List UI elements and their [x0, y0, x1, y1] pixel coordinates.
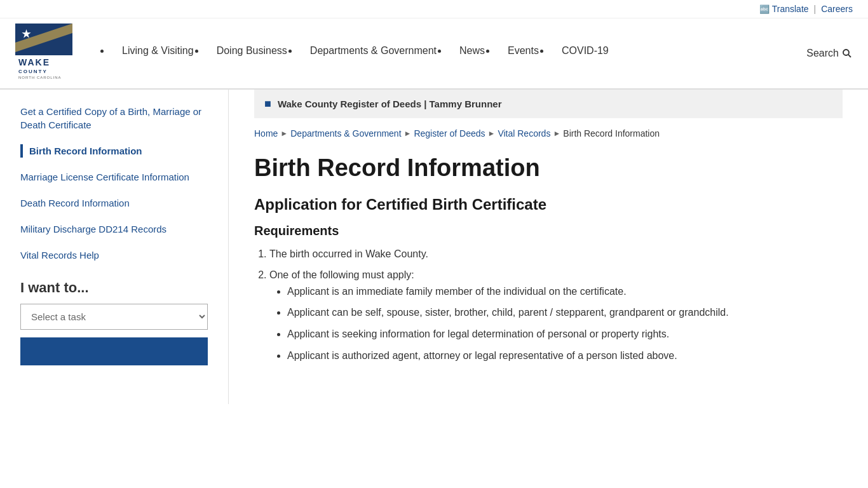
svg-line-8: [848, 55, 851, 57]
nav-departments-government[interactable]: Departments & Government: [299, 25, 448, 77]
breadcrumb-vital-records[interactable]: Vital Records: [498, 128, 550, 139]
page-header-icon: ■: [264, 97, 271, 111]
office-name: Wake County Register of Deeds | Tammy Br…: [278, 98, 502, 109]
nav-doing-business[interactable]: Doing Business: [205, 25, 299, 77]
breadcrumb-departments[interactable]: Departments & Government: [290, 128, 401, 139]
breadcrumb: Home ► Departments & Government ► Regist…: [254, 128, 843, 139]
sidebar-link-death-record[interactable]: Death Record Information: [20, 196, 208, 210]
sub-requirement-2: Applicant can be self, spouse, sister, b…: [287, 304, 843, 321]
requirements-title: Requirements: [254, 224, 843, 238]
translate-icon: 🔤: [759, 4, 770, 14]
requirements-list: The birth occurred in Wake County. One o…: [254, 246, 843, 364]
separator: |: [814, 4, 817, 14]
breadcrumb-sep-4: ►: [553, 129, 560, 138]
nav-links: Living & Visiting Doing Business Departm…: [93, 25, 795, 82]
requirement-2: One of the following must apply: Applica…: [269, 267, 843, 363]
svg-text:★: ★: [22, 29, 31, 39]
nav-covid19[interactable]: COVID-19: [550, 25, 620, 77]
sidebar-link-vital-records-help[interactable]: Vital Records Help: [20, 248, 208, 262]
task-select[interactable]: Select a task: [20, 304, 208, 330]
breadcrumb-home[interactable]: Home: [254, 128, 278, 139]
careers-link[interactable]: Careers: [821, 4, 853, 14]
page-title: Birth Record Information: [254, 154, 843, 183]
nav-search[interactable]: Search: [795, 30, 853, 77]
nav-living-visiting[interactable]: Living & Visiting: [111, 25, 205, 77]
requirement-1: The birth occurred in Wake County.: [269, 246, 843, 262]
sidebar: Get a Certified Copy of a Birth, Marriag…: [0, 90, 229, 404]
sidebar-link-marriage-license[interactable]: Marriage License Certificate Information: [20, 170, 208, 184]
svg-point-7: [843, 50, 849, 55]
sub-requirement-4: Applicant is authorized agent, attorney …: [287, 348, 843, 364]
search-label: Search: [806, 48, 839, 59]
wake-county-logo: ★ WAKE COUNTY NORTH CAROLINA: [15, 24, 72, 81]
i-want-to-title: I want to...: [20, 280, 208, 296]
breadcrumb-sep-3: ►: [488, 129, 496, 138]
logo-area: ★ WAKE COUNTY NORTH CAROLINA: [15, 18, 72, 88]
main-navigation: ★ WAKE COUNTY NORTH CAROLINA Living & Vi…: [0, 18, 868, 90]
requirement-2-text: One of the following must apply:: [269, 269, 414, 280]
section-title: Application for Certified Birth Certific…: [254, 196, 843, 214]
breadcrumb-current: Birth Record Information: [563, 128, 660, 139]
utility-bar: 🔤 Translate | Careers: [0, 0, 868, 18]
breadcrumb-register-deeds[interactable]: Register of Deeds: [414, 128, 485, 139]
page-container: Get a Certified Copy of a Birth, Marriag…: [0, 90, 868, 404]
application-section: Application for Certified Birth Certific…: [254, 196, 843, 364]
translate-link[interactable]: Translate: [772, 4, 809, 14]
sidebar-link-certified-copy[interactable]: Get a Certified Copy of a Birth, Marriag…: [20, 105, 208, 132]
breadcrumb-sep-1: ►: [280, 129, 288, 138]
svg-text:COUNTY: COUNTY: [18, 69, 48, 74]
sidebar-link-military-discharge[interactable]: Military Discharge DD214 Records: [20, 222, 208, 236]
svg-text:NORTH CAROLINA: NORTH CAROLINA: [18, 76, 62, 79]
search-icon: [841, 48, 853, 59]
svg-text:WAKE: WAKE: [18, 57, 50, 67]
page-header-bar: ■ Wake County Register of Deeds | Tammy …: [254, 90, 843, 118]
sub-requirement-3: Applicant is seeking information for leg…: [287, 326, 843, 342]
sub-requirements-list: Applicant is an immediate family member …: [269, 283, 843, 363]
breadcrumb-sep-2: ►: [404, 129, 412, 138]
sidebar-link-birth-record[interactable]: Birth Record Information: [20, 144, 208, 158]
main-content: ■ Wake County Register of Deeds | Tammy …: [229, 90, 868, 404]
go-button[interactable]: [20, 337, 208, 365]
sub-requirement-1: Applicant is an immediate family member …: [287, 283, 843, 300]
